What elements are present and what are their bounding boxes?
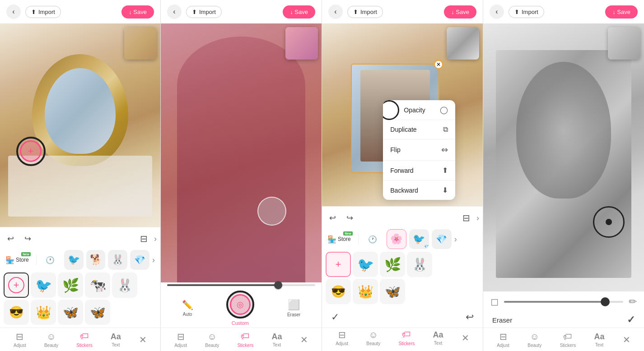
import-button-1[interactable]: ⬆ Import [25, 6, 61, 18]
confirm-check-3[interactable]: ✓ [331, 311, 339, 323]
canvas-4[interactable] [483, 23, 644, 291]
confirm-undo-3[interactable]: ↩ [466, 311, 474, 323]
nav-close-4[interactable]: ✕ [623, 334, 630, 345]
sticker-cell-3a[interactable]: 🌸 [387, 229, 406, 249]
store-item-3[interactable]: 🏪 New Store [327, 235, 351, 244]
store-item-1[interactable]: 🏪 New Store [5, 256, 29, 264]
canvas-2[interactable] [161, 23, 322, 282]
eraser-slider-track-4[interactable] [504, 301, 623, 303]
sticker-glasses-3[interactable]: 😎 [326, 279, 351, 304]
add-sticker-btn-3[interactable]: + [326, 252, 351, 277]
nav-beauty-2[interactable]: ☺ Beauty [205, 332, 219, 348]
slider-thumb-2[interactable] [274, 281, 282, 289]
context-duplicate-3[interactable]: Duplicate ⧉ [383, 120, 455, 139]
context-flip-3[interactable]: Flip ⇔ [383, 139, 455, 161]
add-sticker-btn-1[interactable]: + [4, 272, 29, 298]
nav-stickers-1[interactable]: 🏷 Stickers [76, 331, 93, 348]
sticker-cell-1d[interactable]: 💎 [130, 250, 149, 270]
nav-text-3[interactable]: Aa Text [433, 330, 443, 346]
select-circle-btn-2[interactable]: ◎ [226, 291, 254, 319]
sticker-cell-3c[interactable]: 💎 [432, 229, 452, 249]
layout-button-3[interactable]: ⊟ [459, 211, 473, 225]
flip-label-3: Flip [390, 146, 401, 153]
scroll-arrow-1[interactable]: › [154, 234, 157, 244]
context-opacity-3[interactable]: Opacity ◯ [383, 100, 455, 120]
sticker-bird-3[interactable]: 🐦 [353, 252, 378, 277]
eraser-confirm-4[interactable]: ✓ [627, 314, 635, 326]
scroll-arrow-3[interactable]: › [476, 213, 479, 223]
nav-close-3[interactable]: ✕ [462, 333, 469, 343]
back-button-3[interactable]: ‹ [328, 5, 343, 19]
nav-stickers-3[interactable]: 🏷 Stickers [399, 329, 415, 346]
sticker-leaf-3[interactable]: 🌿 [380, 252, 405, 277]
context-backward-3[interactable]: Backward ⬇ [383, 180, 455, 200]
sticker-glasses-1[interactable]: 😎 [4, 300, 29, 325]
sticker-rabbit-1[interactable]: 🐰 [112, 272, 137, 298]
sticker-butterfly-pink-1[interactable]: 🦋 [85, 300, 110, 325]
undo-button-1[interactable]: ↩ [4, 232, 17, 245]
redo-button-1[interactable]: ↪ [21, 232, 34, 245]
sticker-scroll-1[interactable]: › [152, 250, 155, 270]
eraser-icon-bottom-4[interactable]: ◻ [490, 296, 499, 308]
context-forward-3[interactable]: Forward ⬆ [383, 161, 455, 180]
sticker-bird-1[interactable]: 🐦 [31, 272, 56, 298]
undo-button-3[interactable]: ↩ [326, 211, 339, 225]
layout-button-1[interactable]: ⊟ [137, 232, 150, 245]
tool-auto-2[interactable]: ✏️ Auto [182, 300, 193, 317]
save-button-4[interactable]: ↓ Save [605, 5, 638, 18]
nav-text-4[interactable]: Aa Text [594, 332, 605, 347]
slider-track-2[interactable] [167, 284, 315, 286]
save-button-2[interactable]: ↓ Save [283, 5, 315, 18]
nav-adjust-3[interactable]: ⊟ Adjust [336, 329, 348, 346]
save-button-1[interactable]: ↓ Save [121, 5, 154, 18]
toolbar-left-4: ‹ ⬆ Import [490, 5, 544, 19]
redo-button-3[interactable]: ↪ [343, 211, 356, 225]
nav-stickers-2[interactable]: 🏷 Stickers [238, 331, 254, 348]
text-label-4: Text [595, 342, 603, 347]
stickers-icon-3: 🏷 [402, 329, 411, 340]
eraser-label-2: Eraser [287, 312, 300, 317]
nav-stickers-4[interactable]: 🏷 Stickers [560, 332, 576, 348]
back-button-4[interactable]: ‹ [490, 5, 504, 19]
new-badge-3: New [343, 231, 352, 236]
save-button-3[interactable]: ↓ Save [444, 5, 476, 18]
canvas-1[interactable]: + [0, 23, 160, 227]
pencil-icon-4[interactable]: ✏ [629, 296, 637, 308]
preview-thumb-4 [608, 27, 640, 60]
tool-eraser-2[interactable]: ⬜ Eraser [287, 299, 300, 317]
eraser-thumb-4[interactable] [601, 297, 610, 306]
selected-sticker-circle-1[interactable]: + [16, 137, 46, 166]
sticker-cow-1[interactable]: 🐄 [85, 272, 110, 298]
sticker-leaf-1[interactable]: 🌿 [58, 272, 83, 298]
sticker-butterfly-3[interactable]: 🦋 [380, 279, 405, 304]
recent-button-1[interactable]: 🕐 [44, 253, 57, 267]
nav-beauty-1[interactable]: ☺ Beauty [44, 332, 58, 348]
nav-adjust-4[interactable]: ⊟ Adjust [497, 331, 509, 348]
import-button-3[interactable]: ⬆ Import [347, 6, 383, 18]
nav-text-2[interactable]: Aa Text [272, 332, 282, 347]
sticker-rabbit-3[interactable]: 🐰 [407, 252, 432, 277]
nav-adjust-1[interactable]: ⊟ Adjust [14, 331, 26, 348]
nav-close-1[interactable]: ✕ [139, 334, 147, 345]
close-handle-3[interactable]: ✕ [434, 60, 443, 69]
back-button-2[interactable]: ‹ [167, 5, 182, 19]
sticker-cell-1a[interactable]: 🐦 [64, 250, 84, 270]
sticker-butterfly-blue-1[interactable]: 🦋 [58, 300, 83, 325]
toolbar-left-2: ‹ ⬆ Import [167, 5, 222, 19]
import-button-4[interactable]: ⬆ Import [509, 6, 544, 18]
sticker-crown-3[interactable]: 👑 [353, 279, 378, 304]
back-button-1[interactable]: ‹ [6, 5, 21, 19]
recent-button-3[interactable]: 🕐 [366, 232, 379, 246]
sticker-scroll-3[interactable]: › [454, 229, 457, 249]
nav-adjust-2[interactable]: ⊟ Adjust [174, 331, 187, 348]
sticker-cell-1b[interactable]: 🐕 [86, 250, 106, 270]
nav-close-2[interactable]: ✕ [300, 334, 308, 345]
import-button-2[interactable]: ⬆ Import [186, 6, 222, 18]
nav-beauty-3[interactable]: ☺ Beauty [366, 330, 380, 346]
sticker-crown-1[interactable]: 👑 [31, 300, 56, 325]
sticker-cell-1c[interactable]: 🐰 [108, 250, 127, 270]
text-label-2: Text [273, 342, 281, 347]
nav-text-1[interactable]: Aa Text [111, 332, 121, 347]
nav-beauty-4[interactable]: ☺ Beauty [527, 332, 541, 348]
canvas-3[interactable]: ✕ ↻ ••• Opacity ◯ Duplicate ⧉ Flip ⇔ For… [322, 23, 483, 206]
